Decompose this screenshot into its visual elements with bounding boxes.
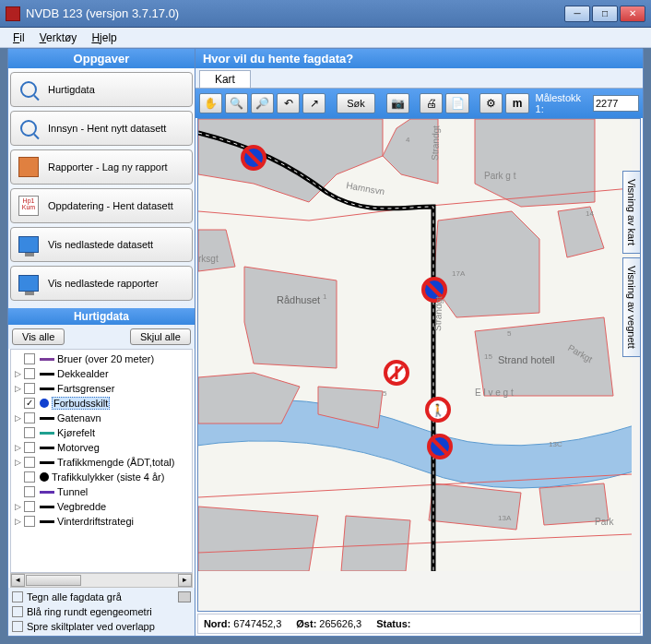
tree-row[interactable]: Bruer (over 20 meter) — [13, 352, 190, 366]
menu-file[interactable]: Fil — [6, 30, 32, 46]
checkbox-ring[interactable] — [12, 606, 23, 617]
menu-help[interactable]: Hjelp — [84, 30, 124, 46]
info-button[interactable]: m — [505, 93, 528, 113]
point-tool-button[interactable]: ↗ — [302, 93, 326, 113]
layer-label: Kjørefelt — [57, 427, 95, 438]
expand-icon[interactable]: ▷ — [13, 413, 22, 423]
map-toolbar: ✋ 🔍 🔎 ↶ ↗ Søk 📷 🖨 📄 ⚙ m Målestokk 1: — [195, 89, 643, 118]
svg-text:17A: 17A — [452, 269, 466, 278]
zoom-in-button[interactable]: 🔍 — [225, 93, 248, 113]
magnifier-icon — [17, 78, 41, 101]
tree-row[interactable]: ✓Forbudsskilt — [13, 396, 190, 411]
task-innsyn[interactable]: Innsyn - Hent nytt datasett — [10, 111, 193, 146]
tree-row[interactable]: ▷Gatenavn — [13, 411, 190, 425]
svg-text:15: 15 — [484, 352, 492, 361]
minimize-button[interactable]: ─ — [564, 6, 590, 22]
nord-value: 6747452,3 — [233, 618, 281, 629]
app-window: NVDB 123 (versjon 3.7.17.0) ─ □ ✕ Fil Ve… — [0, 0, 651, 644]
expand-icon[interactable]: ▷ — [13, 517, 22, 526]
expand-icon[interactable]: ▷ — [13, 502, 22, 511]
tree-row[interactable]: ▷Trafikkmengde (ÅDT,total) — [13, 455, 190, 470]
expand-icon[interactable]: ▷ — [13, 369, 22, 378]
tree-row[interactable]: Tunnel — [13, 484, 190, 499]
side-tab-kart[interactable]: Visning av kart — [622, 171, 641, 254]
map-question-header: Hvor vil du hente fagdata? — [195, 49, 643, 68]
left-panel: Oppgaver Hurtigdata Innsyn - Hent nytt d… — [8, 49, 195, 636]
layer-symbol-icon — [40, 461, 54, 464]
maximize-button[interactable]: □ — [592, 6, 618, 22]
tree-row[interactable]: Kjørefelt — [13, 425, 190, 440]
layer-checkbox[interactable] — [24, 383, 35, 394]
copy-button[interactable]: 📄 — [445, 93, 468, 113]
print-button[interactable]: 🖨 — [420, 93, 443, 113]
svg-text:Strandgt: Strandgt — [430, 125, 441, 161]
vis-alle-button[interactable]: Vis alle — [12, 328, 65, 345]
layer-checkbox[interactable] — [24, 442, 35, 453]
svg-marker-5 — [433, 211, 539, 317]
layer-checkbox[interactable] — [24, 427, 35, 438]
svg-text:E l v e g t: E l v e g t — [475, 388, 514, 398]
layer-label: Tunnel — [57, 486, 88, 497]
status-label: Status: — [376, 618, 410, 629]
checkbox-gray[interactable] — [12, 591, 23, 602]
report-icon — [17, 155, 41, 179]
task-vis-rapporter[interactable]: Vis nedlastede rapporter — [10, 266, 193, 301]
search-button[interactable]: Søk — [337, 93, 375, 113]
palette-icon[interactable] — [178, 591, 191, 602]
tools-button[interactable]: ⚙ — [479, 93, 503, 113]
svg-text:Park: Park — [595, 517, 615, 527]
skjul-alle-button[interactable]: Skjul alle — [130, 328, 191, 345]
expand-icon[interactable]: ▷ — [13, 384, 22, 393]
tree-row[interactable]: ▷Dekkealder — [13, 366, 190, 381]
task-oppdatering[interactable]: Hp1Kum Oppdatering - Hent datasett — [10, 188, 193, 223]
zoom-out-button[interactable]: 🔎 — [251, 93, 274, 113]
checkbox-spre[interactable] — [12, 621, 23, 632]
layer-tree[interactable]: Bruer (over 20 meter)▷Dekkealder▷Fartsgr… — [10, 349, 193, 573]
tree-row[interactable]: Trafikkulykker (siste 4 år) — [13, 470, 190, 484]
task-label: Vis nedlastede rapporter — [48, 278, 159, 289]
tree-row[interactable]: ▷Vegbredde — [13, 499, 190, 514]
task-rapporter[interactable]: Rapporter - Lag ny rapport — [10, 149, 193, 185]
task-hurtigdata[interactable]: Hurtigdata — [10, 72, 193, 107]
layer-checkbox[interactable] — [24, 412, 35, 423]
layer-checkbox[interactable] — [24, 353, 35, 364]
layer-checkbox[interactable] — [24, 486, 35, 497]
horizontal-scrollbar[interactable]: ◂ ▸ — [10, 573, 193, 588]
layer-checkbox[interactable] — [24, 501, 35, 512]
magnifier-icon — [17, 116, 41, 140]
side-tab-vegnett[interactable]: Visning av vegnett — [622, 257, 641, 357]
layer-label: Fartsgrenser — [57, 383, 114, 394]
layer-checkbox[interactable] — [24, 457, 35, 468]
map-canvas[interactable]: 🚶 Rådhuset Strand hotell Strandgt Strand… — [197, 118, 641, 612]
layer-checkbox[interactable] — [24, 516, 35, 527]
layer-label: Vinterdriftstrategi — [57, 516, 134, 527]
expand-icon[interactable]: ▷ — [13, 458, 22, 467]
pan-tool-button[interactable]: ✋ — [199, 93, 222, 113]
tree-row[interactable]: ▷Vinterdriftstrategi — [13, 514, 190, 529]
camera-button[interactable]: 📷 — [386, 93, 409, 113]
task-vis-datasett[interactable]: Vis nedlastede datasett — [10, 227, 193, 262]
scale-input[interactable] — [593, 95, 639, 112]
zoom-prev-button[interactable]: ↶ — [277, 93, 300, 113]
layer-checkbox[interactable] — [24, 368, 35, 379]
layer-label: Trafikkmengde (ÅDT,total) — [57, 457, 174, 468]
task-label: Vis nedlastede datasett — [48, 239, 153, 250]
layer-symbol-icon — [40, 417, 54, 420]
layer-symbol-icon — [40, 491, 54, 494]
update-icon: Hp1Kum — [17, 194, 41, 218]
menu-tools[interactable]: Verktøy — [32, 30, 85, 46]
expand-icon[interactable]: ▷ — [13, 443, 22, 452]
tree-row[interactable]: ▷Fartsgrenser — [13, 381, 190, 396]
layer-checkbox[interactable] — [24, 471, 35, 483]
svg-text:5: 5 — [507, 329, 512, 338]
layer-label: Trafikkulykker (siste 4 år) — [52, 471, 164, 483]
layer-checkbox[interactable]: ✓ — [24, 398, 35, 409]
close-button[interactable]: ✕ — [620, 6, 645, 22]
tree-row[interactable]: ▷Motorveg — [13, 440, 190, 455]
tab-kart[interactable]: Kart — [199, 70, 251, 88]
task-label: Rapporter - Lag ny rapport — [48, 161, 168, 173]
svg-text:4: 4 — [406, 136, 410, 144]
svg-text:🚶: 🚶 — [431, 402, 446, 418]
layer-symbol-icon — [40, 373, 54, 376]
monitor-icon — [17, 233, 41, 256]
